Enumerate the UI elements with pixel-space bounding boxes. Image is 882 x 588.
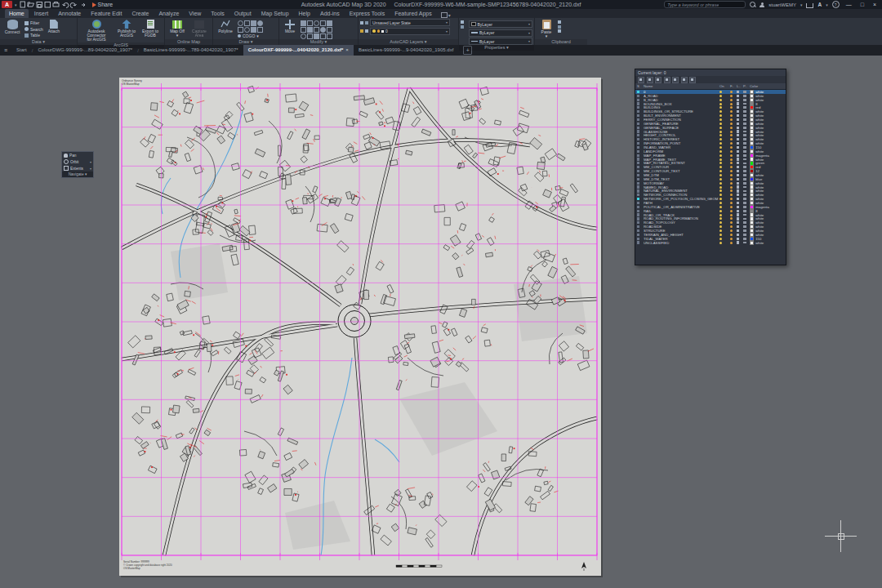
layer-on-bulb-icon[interactable] (719, 198, 722, 200)
layer-color-cell[interactable]: white (750, 241, 784, 245)
layer-lock-icon[interactable] (737, 95, 739, 97)
layer-lock-icon[interactable] (737, 158, 739, 160)
match-properties-icon[interactable] (461, 20, 464, 24)
layer-on-bulb-icon[interactable] (719, 158, 722, 161)
layer-lock-icon[interactable] (737, 127, 739, 129)
layer-column-name[interactable]: Name (644, 84, 719, 88)
close-button[interactable]: × (871, 2, 879, 7)
lineweight-dropdown[interactable]: ByLayer▾ (469, 29, 532, 37)
layer-lock-icon[interactable] (737, 210, 739, 212)
layer-on-bulb-icon[interactable] (719, 150, 722, 153)
layer-on-bulb-icon[interactable] (719, 154, 722, 157)
layer-plot-icon[interactable] (743, 106, 746, 109)
layer-plot-icon[interactable] (743, 127, 746, 129)
drawing-canvas[interactable]: Ordnance SurveyOS MasterMapSerial Number… (0, 56, 882, 588)
layer-plot-icon[interactable] (743, 103, 746, 105)
layer-lock-icon[interactable] (737, 178, 739, 180)
layer-lock-icon[interactable] (737, 182, 739, 185)
layer-freeze-sun-icon[interactable] (730, 182, 733, 185)
modify-group-footer[interactable]: Modify ▾ (279, 39, 358, 45)
current-layer-dropdown[interactable]: 0 ▾ (370, 28, 450, 35)
layer-lock-icon[interactable] (737, 99, 739, 101)
draw-tools-grid[interactable] (238, 19, 263, 33)
layer-on-bulb-icon[interactable] (719, 166, 722, 168)
layer-lock-icon[interactable] (737, 202, 739, 204)
layer-plot-icon[interactable] (743, 166, 746, 168)
layer-plot-icon[interactable] (743, 234, 746, 236)
file-tab-0[interactable]: Start (11, 45, 32, 56)
layer-lock-icon[interactable] (737, 110, 739, 113)
layer-on-bulb-icon[interactable] (719, 182, 722, 185)
layer-freeze-sun-icon[interactable] (730, 189, 733, 192)
layer-match-icon[interactable] (365, 21, 368, 24)
layers-group-footer[interactable]: AutoCAD Layers ▾ (359, 39, 458, 45)
layer-plot-icon[interactable] (743, 131, 746, 133)
minimize-button[interactable]: — (844, 2, 854, 7)
layer-plot-icon[interactable] (743, 229, 746, 232)
map-off-button[interactable]: Map Off▾ (167, 19, 188, 38)
layer-freeze-sun-icon[interactable] (730, 95, 733, 97)
layer-on-bulb-icon[interactable] (719, 210, 722, 212)
layer-freeze-sun-icon[interactable] (730, 142, 733, 145)
layer-lock-icon[interactable] (737, 142, 739, 145)
layer-freeze-sun-icon[interactable] (730, 131, 733, 133)
layer-freeze-sun-icon[interactable] (730, 238, 733, 240)
layer-freeze-sun-icon[interactable] (730, 206, 733, 208)
layer-lock-icon[interactable] (737, 229, 739, 232)
layer-plot-icon[interactable] (743, 163, 746, 165)
layer-freeze-sun-icon[interactable] (730, 138, 733, 140)
username-label[interactable]: stuartWEMY (768, 2, 796, 7)
layer-freeze-sun-icon[interactable] (730, 118, 733, 121)
layer-freeze-sun-icon[interactable] (730, 229, 733, 232)
layer-lock-icon[interactable] (737, 206, 739, 208)
layer-on-bulb-icon[interactable] (719, 122, 722, 125)
layer-freeze-sun-icon[interactable] (730, 150, 733, 153)
properties-group-footer[interactable]: Properties ▾ (459, 45, 534, 51)
layer-on-bulb-icon[interactable] (719, 138, 722, 140)
navigate-panel-footer[interactable]: Navigate ▾ (62, 172, 93, 177)
layer-on-bulb-icon[interactable] (719, 118, 722, 121)
extents-tool[interactable]: Extents▾ (62, 165, 93, 172)
layer-plot-icon[interactable] (743, 221, 746, 224)
layer-on-bulb-icon[interactable] (719, 217, 722, 220)
layer-plot-icon[interactable] (743, 158, 746, 161)
filter-button[interactable]: Filter (24, 20, 43, 25)
layer-properties-icon[interactable] (360, 21, 363, 24)
layer-on-bulb-icon[interactable] (719, 186, 722, 189)
layer-plot-icon[interactable] (743, 110, 746, 113)
autodesk-menu-caret-icon[interactable]: ▾ (826, 2, 828, 7)
layer-lock-icon[interactable] (737, 154, 739, 157)
layer-on-bulb-icon[interactable] (719, 242, 722, 244)
ribbon-tab-view[interactable]: View (185, 9, 205, 18)
orbit-tool[interactable]: Orbit▾ (62, 158, 93, 165)
layer-freeze-sun-icon[interactable] (730, 154, 733, 157)
layer-freeze-sun-icon[interactable] (730, 186, 733, 189)
layer-plot-icon[interactable] (743, 99, 746, 101)
layer-plot-icon[interactable] (743, 138, 746, 140)
set-current-layer-icon[interactable] (672, 77, 679, 83)
connect-button[interactable]: Connect (2, 19, 23, 34)
modify-tools-grid[interactable] (301, 19, 332, 39)
quick-access-toolbar[interactable] (20, 1, 90, 8)
layer-column-f[interactable]: F.. (730, 84, 737, 88)
layer-lock-icon[interactable] (737, 106, 739, 109)
color-dropdown[interactable]: ByLayer▾ (469, 20, 532, 28)
layer-lock-icon[interactable] (737, 150, 739, 153)
layer-on-bulb-icon[interactable] (719, 162, 722, 164)
layer-on-bulb-icon[interactable] (719, 202, 722, 204)
layer-on-bulb-icon[interactable] (719, 146, 722, 149)
layer-on-bulb-icon[interactable] (719, 225, 722, 228)
ribbon-tab-home[interactable]: Home (5, 9, 29, 18)
layer-plot-icon[interactable] (743, 122, 746, 125)
pan-tool[interactable]: Pan (62, 152, 93, 158)
layer-on-bulb-icon[interactable] (719, 134, 722, 136)
layer-lock-icon[interactable] (737, 102, 739, 105)
layer-on-bulb-icon[interactable] (719, 131, 722, 133)
layer-freeze-sun-icon[interactable] (730, 122, 733, 125)
layer-on-bulb-icon[interactable] (719, 178, 722, 180)
draw-group-footer[interactable]: Draw ▾ (213, 39, 278, 45)
layer-plot-icon[interactable] (743, 186, 746, 189)
layer-plot-icon[interactable] (743, 238, 746, 240)
layer-freeze-sun-icon[interactable] (730, 198, 733, 200)
layer-on-bulb-icon[interactable] (719, 91, 722, 93)
